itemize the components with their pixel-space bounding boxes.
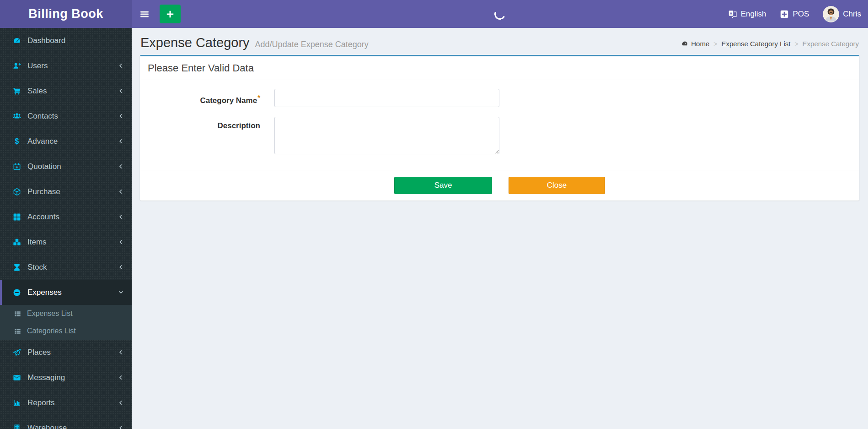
form-panel: Please Enter Valid Data Category Name* D… bbox=[140, 55, 859, 201]
loading-spinner-icon bbox=[493, 7, 507, 21]
sidebar-subitem-expenses-list[interactable]: Expenses List bbox=[0, 305, 132, 322]
chevron-left-icon bbox=[118, 188, 124, 195]
breadcrumb-item-expense-category: Expense Category bbox=[803, 40, 859, 48]
cart-icon bbox=[11, 87, 23, 95]
sidebar-item-warehouse[interactable]: Warehouse bbox=[0, 415, 132, 429]
sidebar-item-label: Messaging bbox=[27, 373, 65, 382]
envelope-icon bbox=[11, 374, 23, 382]
breadcrumb-label: Expense Category List bbox=[721, 40, 790, 48]
sidebar-item-purchase[interactable]: Purchase bbox=[0, 179, 132, 204]
category-name-input[interactable] bbox=[274, 89, 499, 107]
sidebar-item-advance[interactable]: $Advance bbox=[0, 129, 132, 154]
category-name-row: Category Name* bbox=[148, 89, 852, 107]
sidebar-item-users[interactable]: Users bbox=[0, 53, 132, 78]
plus-icon bbox=[166, 10, 175, 19]
sidebar-toggle-button[interactable] bbox=[132, 0, 157, 28]
dashboard-icon bbox=[11, 37, 23, 45]
page-title: Expense Category bbox=[140, 36, 250, 50]
sidebar-item-quotation[interactable]: Quotation bbox=[0, 154, 132, 179]
sidebar-item-label: Warehouse bbox=[27, 424, 67, 429]
users-icon bbox=[11, 112, 23, 120]
sidebar-item-dashboard[interactable]: Dashboard bbox=[0, 28, 132, 53]
app-logo[interactable]: Billing Book bbox=[0, 0, 132, 28]
chevron-left-icon bbox=[118, 62, 124, 69]
sidebar-item-messaging[interactable]: Messaging bbox=[0, 365, 132, 390]
quick-add-button[interactable] bbox=[160, 5, 181, 23]
sidebar-item-label: Reports bbox=[27, 398, 55, 407]
sidebar-item-label: Dashboard bbox=[27, 36, 65, 45]
hourglass-icon bbox=[11, 263, 23, 272]
sidebar-subitem-label: Categories List bbox=[27, 327, 76, 335]
chevron-left-icon bbox=[118, 113, 124, 119]
home-icon bbox=[681, 40, 688, 47]
sidebar-item-label: Purchase bbox=[27, 187, 60, 196]
sidebar-subitem-categories-list[interactable]: Categories List bbox=[0, 322, 132, 340]
chevron-left-icon bbox=[118, 264, 124, 271]
close-button[interactable]: Close bbox=[509, 177, 605, 194]
sidebar-item-label: Users bbox=[27, 61, 48, 71]
breadcrumb-item-home[interactable]: Home bbox=[681, 40, 709, 48]
list-icon bbox=[12, 310, 23, 317]
chevron-left-icon bbox=[118, 239, 124, 245]
content-area: Expense Category Add/Update Expense Cate… bbox=[132, 28, 868, 429]
chevron-left-icon bbox=[118, 163, 124, 170]
breadcrumb-label: Home bbox=[691, 40, 709, 48]
chevron-left-icon bbox=[118, 399, 124, 406]
chevron-left-icon bbox=[118, 349, 124, 356]
description-label: Description bbox=[148, 117, 260, 130]
top-navbar: Billing Book A English POS Chris bbox=[0, 0, 868, 28]
sidebar-item-label: Accounts bbox=[27, 212, 59, 222]
app-title: Billing Book bbox=[28, 7, 103, 21]
grid-icon bbox=[11, 213, 23, 221]
sidebar-item-label: Places bbox=[27, 348, 51, 357]
required-asterisk: * bbox=[257, 93, 260, 101]
panel-body: Category Name* Description bbox=[140, 80, 859, 170]
description-row: Description bbox=[148, 117, 852, 154]
svg-text:$: $ bbox=[15, 137, 19, 145]
chevron-left-icon bbox=[118, 424, 124, 429]
sidebar-item-stock[interactable]: Stock bbox=[0, 255, 132, 280]
dollar-icon: $ bbox=[11, 137, 23, 146]
sidebar-item-contacts[interactable]: Contacts bbox=[0, 103, 132, 129]
bar-chart-icon bbox=[11, 399, 23, 407]
user-name: Chris bbox=[843, 10, 861, 19]
cubes-icon bbox=[11, 238, 23, 246]
paper-plane-icon bbox=[11, 348, 23, 357]
content-header: Expense Category Add/Update Expense Cate… bbox=[140, 35, 859, 55]
breadcrumb-item-expense-category-list[interactable]: Expense Category List bbox=[721, 40, 790, 48]
sidebar-item-label: Expenses bbox=[27, 288, 62, 297]
navbar-right: A English POS Chris bbox=[721, 0, 868, 28]
chevron-left-icon bbox=[118, 87, 124, 94]
chevron-left-icon bbox=[118, 213, 124, 220]
user-menu[interactable]: Chris bbox=[816, 0, 868, 28]
sidebar-item-label: Quotation bbox=[27, 162, 61, 171]
save-button[interactable]: Save bbox=[394, 177, 492, 194]
chevron-down-icon bbox=[118, 289, 124, 296]
sidebar-item-items[interactable]: Items bbox=[0, 229, 132, 255]
cube-icon bbox=[11, 188, 23, 196]
building-icon bbox=[11, 424, 23, 429]
language-menu[interactable]: A English bbox=[721, 0, 773, 28]
description-textarea[interactable] bbox=[274, 117, 499, 154]
sidebar-item-label: Contacts bbox=[27, 112, 58, 121]
sidebar-item-label: Stock bbox=[27, 263, 47, 272]
pos-button[interactable]: POS bbox=[773, 0, 816, 28]
breadcrumb-label: Expense Category bbox=[803, 40, 859, 48]
sidebar-item-places[interactable]: Places bbox=[0, 340, 132, 365]
minus-circle-icon bbox=[11, 288, 23, 297]
list-icon bbox=[12, 328, 23, 335]
sidebar-item-sales[interactable]: Sales bbox=[0, 78, 132, 103]
plus-square-icon bbox=[780, 10, 789, 19]
svg-text:A: A bbox=[729, 11, 732, 15]
calendar-plus-icon bbox=[11, 163, 23, 171]
category-name-label: Category Name* bbox=[148, 89, 260, 105]
sidebar-item-label: Advance bbox=[27, 137, 58, 146]
sidebar-item-accounts[interactable]: Accounts bbox=[0, 204, 132, 229]
breadcrumb-separator: > bbox=[794, 40, 798, 48]
user-plus-icon bbox=[11, 62, 23, 70]
panel-footer: Save Close bbox=[140, 170, 859, 201]
sidebar: DashboardUsersSalesContacts$AdvanceQuota… bbox=[0, 28, 132, 429]
sidebar-item-reports[interactable]: Reports bbox=[0, 390, 132, 415]
sidebar-subitem-label: Expenses List bbox=[27, 310, 73, 318]
sidebar-item-expenses[interactable]: Expenses bbox=[0, 280, 132, 305]
